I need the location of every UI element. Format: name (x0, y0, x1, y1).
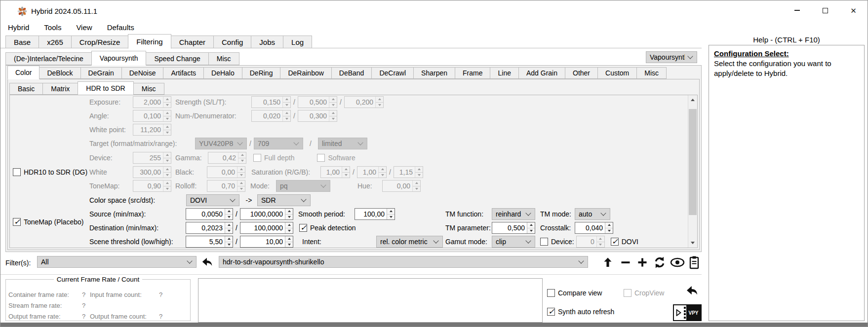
smooth-period-spinbox[interactable]: 100,00 (355, 208, 395, 220)
software-checkbox[interactable]: Software (317, 154, 355, 162)
filtertab-other[interactable]: Other (565, 67, 598, 79)
vapoursynth-preview-button[interactable]: VPY (673, 304, 702, 321)
color-space-src-select[interactable]: DOVI (186, 194, 239, 206)
filtertab-color[interactable]: Color (7, 66, 39, 79)
spinner-buttons[interactable] (163, 124, 171, 135)
spinner-buttons[interactable] (237, 167, 245, 178)
spinner-buttons[interactable] (238, 152, 246, 163)
subtab-misc[interactable]: Misc (208, 52, 239, 65)
dovi-checkbox[interactable]: DOVI (611, 238, 638, 246)
white-point-spinbox[interactable]: 11,200 (133, 124, 171, 136)
crosstalk-spinbox[interactable]: 0,040 (575, 222, 613, 234)
tab-config[interactable]: Config (213, 36, 251, 48)
configuration-select[interactable]: Vapoursynth (646, 51, 697, 63)
filter-category-select[interactable]: All (37, 256, 197, 268)
strength-l-spinbox[interactable]: 0,500 (298, 96, 337, 108)
spinner-buttons[interactable] (285, 222, 293, 233)
reset-filter-button[interactable] (200, 255, 215, 270)
strength-s-spinbox[interactable]: 0,150 (251, 96, 291, 108)
colortab-hdr-to-sdr[interactable]: HDR to SDR (78, 81, 133, 95)
tab-chapter[interactable]: Chapter (171, 36, 214, 48)
spinner-buttons[interactable] (285, 209, 293, 219)
subtab-de-interlace-telecine[interactable]: (De-)Interlace/Telecine (5, 52, 92, 65)
crop-view-checkbox[interactable]: CropView (624, 289, 664, 297)
spinner-buttons[interactable] (163, 152, 171, 163)
tm-parameter-spinbox[interactable]: 0,500 (492, 222, 535, 234)
peak-detection-checkbox[interactable]: Peak detection (299, 224, 356, 232)
remove-filter-button[interactable] (619, 255, 632, 269)
spinner-buttons[interactable] (282, 97, 290, 108)
spinner-buttons[interactable] (375, 97, 383, 108)
menu-tools[interactable]: Tools (37, 22, 69, 34)
tab-log[interactable]: Log (283, 36, 312, 48)
scene-threshold-high-spinbox[interactable]: 10,00 (240, 236, 293, 248)
synth-auto-refresh-checkbox[interactable]: Synth auto refresh (547, 308, 614, 316)
filtertab-line[interactable]: Line (490, 67, 518, 79)
filter-config-select[interactable]: hdr-to-sdr-vapoursynth-shurikello (219, 256, 588, 268)
full-depth-checkbox[interactable]: Full depth (253, 154, 294, 162)
tab-crop-resize[interactable]: Crop/Resize (71, 36, 129, 48)
spinner-buttons[interactable] (387, 209, 395, 219)
color-space-dst-select[interactable]: SDR (257, 194, 311, 206)
subtab-vapoursynth[interactable]: Vapoursynth (91, 51, 147, 66)
vertical-scrollbar[interactable] (688, 95, 697, 248)
filtertab-derainbow[interactable]: DeRainbow (280, 67, 331, 79)
spinner-buttons[interactable] (237, 181, 245, 191)
filtertab-misc[interactable]: Misc (636, 67, 667, 79)
numerator-spinbox[interactable]: 0,020 (251, 110, 291, 122)
swap-config-button[interactable] (652, 255, 667, 270)
spinner-buttons[interactable] (378, 167, 386, 178)
device-index-spinbox[interactable]: 0 (576, 236, 605, 248)
gamut-mode-select[interactable]: clip (492, 236, 535, 248)
tab-base[interactable]: Base (5, 36, 39, 48)
target-format-select[interactable]: YUV420P8 (195, 138, 247, 149)
saturation-r-spinbox[interactable]: 1,00 (320, 166, 350, 178)
tm-mode-select[interactable]: auto (575, 208, 610, 220)
source-max-spinbox[interactable]: 1000,0000 (240, 208, 293, 220)
filtertab-deband[interactable]: DeBand (331, 67, 372, 79)
close-button[interactable]: ✕ (839, 0, 868, 20)
add-filter-button[interactable] (635, 255, 649, 269)
spinner-buttons[interactable] (225, 222, 233, 233)
filtertab-denoise[interactable]: DeNoise (121, 67, 164, 79)
preview-filter-button[interactable] (670, 255, 685, 269)
filtertab-deblock[interactable]: DeBlock (39, 67, 80, 79)
spinner-buttons[interactable] (282, 110, 290, 121)
filtertab-artifacts[interactable]: Artifacts (163, 67, 204, 79)
hue-spinbox[interactable]: 0,00 (382, 180, 421, 192)
filtertab-decrawl[interactable]: DeCrawl (371, 67, 414, 79)
scroll-down-icon[interactable] (688, 238, 697, 248)
maximize-button[interactable] (811, 0, 839, 20)
filtertab-frame[interactable]: Frame (455, 67, 490, 79)
spinner-buttons[interactable] (225, 209, 233, 219)
destination-max-spinbox[interactable]: 100,0000 (240, 222, 293, 234)
filtertab-custom[interactable]: Custom (597, 67, 637, 79)
tab-filtering[interactable]: Filtering (128, 34, 171, 49)
rolloff-spinbox[interactable]: 0,70 (207, 180, 245, 192)
black-spinbox[interactable]: 0,00 (207, 166, 245, 178)
filtertab-add-grain[interactable]: Add Grain (518, 67, 565, 79)
tab-x265[interactable]: x265 (39, 36, 72, 48)
spinner-buttons[interactable] (225, 236, 233, 247)
scene-threshold-low-spinbox[interactable]: 5,50 (186, 236, 233, 248)
move-up-button[interactable] (601, 255, 615, 269)
spinner-buttons[interactable] (163, 97, 171, 108)
copy-script-button[interactable] (688, 254, 701, 270)
filtertab-dehalo[interactable]: DeHalo (203, 67, 242, 79)
scrollbar-thumb[interactable] (689, 109, 697, 215)
intent-select[interactable]: rel. color metric (376, 236, 443, 248)
angle-spinbox[interactable]: 0,100 (133, 110, 171, 122)
device-checkbox[interactable]: Device: (540, 238, 574, 246)
spinner-buttons[interactable] (285, 236, 293, 247)
spinner-buttons[interactable] (412, 181, 420, 191)
filtertab-sharpen[interactable]: Sharpen (413, 67, 455, 79)
white-spinbox[interactable]: 300,00 (133, 166, 171, 178)
spinner-buttons[interactable] (605, 222, 613, 233)
colortab-misc[interactable]: Misc (133, 83, 164, 95)
spinner-buttons[interactable] (342, 167, 350, 178)
filtertab-dering[interactable]: DeRing (242, 67, 281, 79)
tm-function-select[interactable]: reinhard (492, 208, 535, 220)
spinner-buttons[interactable] (329, 110, 337, 121)
target-matrix-select[interactable]: 709 (254, 138, 303, 149)
exposure-spinbox[interactable]: 2,000 (133, 96, 171, 108)
